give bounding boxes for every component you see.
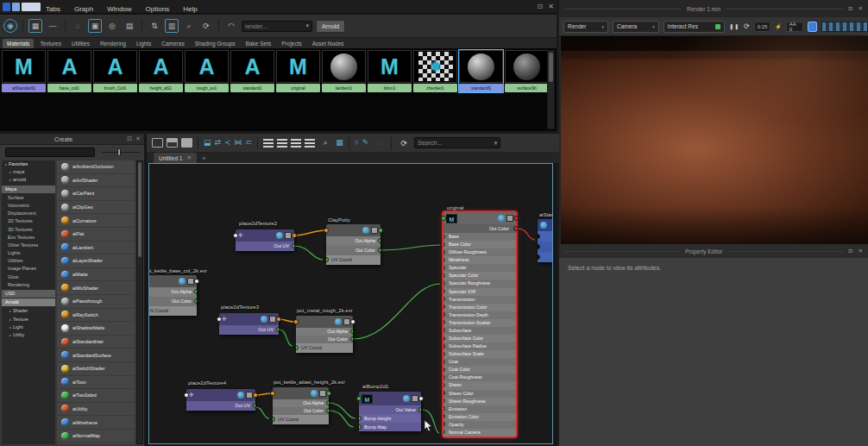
bump-height-port[interactable] (359, 416, 362, 421)
swatch-thumbnail[interactable] (322, 50, 366, 83)
input-port[interactable] (270, 391, 275, 396)
node-row[interactable]: UV Coord (148, 306, 197, 316)
create-search-input[interactable] (5, 148, 95, 157)
displacement-port[interactable] (538, 244, 540, 249)
attribute-port[interactable] (443, 391, 445, 395)
render-swatch-icon[interactable] (179, 278, 186, 285)
input-port[interactable] (233, 233, 238, 238)
attribute-row[interactable]: Subsurface Radius (443, 342, 516, 350)
out-color-port[interactable] (350, 336, 353, 342)
place2d-node[interactable]: ✛ Out UV (186, 389, 255, 411)
swatch-thumbnail[interactable]: A (93, 50, 137, 83)
input-port[interactable] (356, 396, 362, 401)
create-node-item[interactable]: aiToon (57, 376, 135, 390)
category-tree-item[interactable]: Glow (2, 273, 55, 281)
swatch-thumbnail[interactable] (459, 50, 503, 83)
node-header[interactable] (148, 275, 197, 287)
expand-icon[interactable] (269, 316, 276, 323)
node-search-input[interactable]: Search... ▾ (414, 137, 500, 148)
pause-icon[interactable]: ❚❚ (729, 23, 739, 29)
close-icon[interactable]: ✕ (859, 5, 863, 12)
create-node-item[interactable]: aiPassthrough (57, 295, 135, 309)
create-node-item[interactable]: aiMixShader (57, 281, 135, 295)
close-icon[interactable]: ✕ (135, 135, 141, 142)
expand-icon[interactable] (319, 390, 326, 397)
swatch-search-input[interactable]: render... ▾ (242, 21, 312, 32)
full-view-icon[interactable] (181, 138, 192, 148)
output-port[interactable] (350, 319, 355, 324)
attribute-row[interactable]: Sheen Color (443, 390, 516, 398)
node-row[interactable]: Out Value (359, 405, 421, 414)
attribute-port[interactable] (443, 289, 445, 293)
file-node[interactable]: Out Alpha Out Color UV Coord (273, 387, 329, 424)
swatch-label[interactable]: surfaceSh (505, 84, 549, 92)
node-row[interactable]: Out UV (219, 325, 279, 335)
out-color-row[interactable]: Out Color (443, 224, 516, 233)
out-uv-port[interactable] (292, 243, 294, 248)
attribute-row[interactable]: Coat (443, 358, 516, 366)
file-node[interactable]: Out Alpha Out Color UV Coord (296, 316, 353, 353)
expand-icon[interactable] (371, 227, 378, 234)
clear-filter-icon[interactable]: ◠ (224, 19, 238, 33)
swatch-thumbnail[interactable]: M (276, 50, 320, 83)
render-swatch-icon[interactable] (540, 222, 547, 229)
attribute-port[interactable] (443, 399, 445, 403)
node-row[interactable]: UV Coord (326, 255, 381, 265)
expand-icon[interactable] (285, 232, 292, 239)
node-row[interactable]: Out Alpha (326, 236, 381, 246)
material-swatch[interactable]: A height_aS1 (139, 50, 183, 92)
node-row[interactable]: Out Alpha (296, 328, 353, 336)
swatch-thumbnail[interactable] (505, 50, 549, 83)
node-editor-canvas[interactable]: pot_kettle_base_col_2k.exr Out Alpha Out… (148, 163, 553, 444)
uv-port[interactable] (326, 257, 329, 262)
list-view-icon[interactable]: ▤ (123, 19, 136, 33)
create-node-item[interactable]: aiCurvature (57, 214, 135, 228)
create-node-item[interactable]: aiUtility (57, 403, 135, 417)
category-tree-item[interactable]: Maya (2, 185, 55, 193)
material-swatch[interactable]: surfaceSh (505, 50, 549, 92)
snapshot-icon[interactable] (808, 22, 818, 32)
attribute-port[interactable] (443, 360, 445, 364)
renderer-dropdown[interactable]: Render▾ (563, 21, 608, 33)
node-header[interactable] (538, 219, 553, 231)
attribute-row[interactable]: Specular Roughness (443, 280, 516, 287)
attribute-row[interactable]: Coat Color (443, 366, 516, 374)
create-node-item[interactable]: aiLambert (57, 242, 135, 255)
menu-item[interactable]: Help (183, 5, 197, 13)
category-tree-item[interactable]: maya (2, 168, 55, 176)
attribute-row[interactable]: Transmission Depth (443, 311, 516, 319)
node-row[interactable] (538, 252, 553, 262)
attribute-port[interactable] (443, 242, 445, 247)
shading-group-node[interactable] (538, 219, 553, 262)
regraph-icon[interactable]: ⟳ (397, 136, 411, 150)
render-swatch-icon[interactable] (276, 232, 283, 239)
input-port[interactable] (217, 317, 222, 322)
close-tab-icon[interactable]: ✕ (186, 154, 191, 161)
frame-all-icon[interactable]: ⌕ (318, 136, 332, 150)
create-node-item[interactable]: aiClipGeo (57, 201, 135, 215)
output-port[interactable] (418, 396, 424, 401)
swatch-label[interactable]: height_aS1 (139, 84, 183, 92)
resolution-field[interactable]: Interact Res (664, 21, 725, 33)
out-alpha-port[interactable] (378, 238, 381, 243)
node-header[interactable]: ✛ (219, 313, 279, 325)
out-alpha-port[interactable] (326, 400, 329, 405)
attribute-row[interactable]: Normal Camera (443, 429, 516, 437)
create-node-item[interactable]: aiShadowMatte (57, 322, 135, 336)
dock-icon[interactable]: ⊡ (848, 248, 852, 254)
category-tree-item[interactable]: Displacement (2, 210, 55, 217)
chevron-down-icon[interactable]: ▾ (305, 22, 309, 29)
node-row[interactable]: Out UV (186, 401, 255, 411)
node-row[interactable]: Out UV (236, 242, 294, 251)
attribute-port[interactable] (443, 273, 445, 278)
node-header[interactable]: ✛ (186, 389, 255, 401)
input-port[interactable] (293, 319, 299, 324)
node-row[interactable]: Out Color (148, 297, 197, 306)
node-header[interactable]: M (443, 212, 516, 224)
slider-handle[interactable] (117, 148, 121, 156)
connected-view-icon[interactable] (167, 138, 178, 148)
attribute-row[interactable]: Specular (443, 264, 516, 272)
attribute-row[interactable]: Specular Color (443, 272, 516, 280)
swatch-label[interactable]: blinn1 (368, 84, 412, 92)
expand-icon[interactable] (246, 392, 253, 399)
